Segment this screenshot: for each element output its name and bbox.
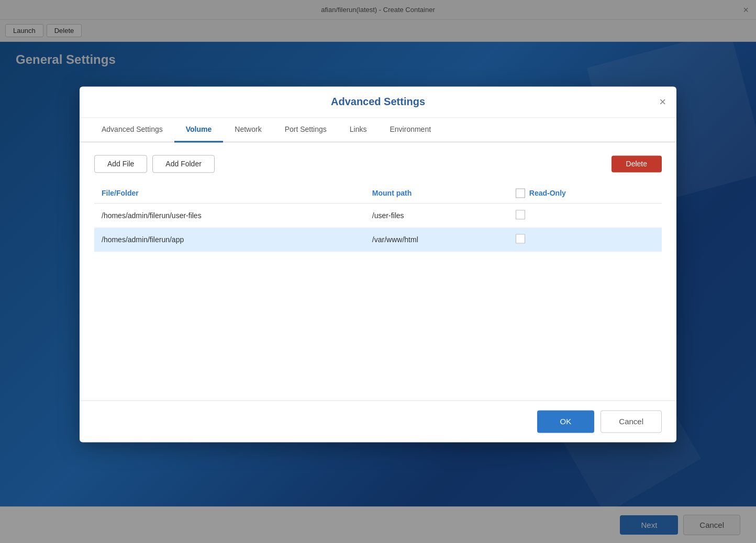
file-folder-cell: /homes/admin/filerun/app	[94, 228, 365, 252]
cancel-modal-button[interactable]: Cancel	[601, 410, 662, 433]
tab-advanced-settings[interactable]: Advanced Settings	[90, 118, 174, 142]
modal-close-button[interactable]: ×	[659, 96, 666, 108]
modal-tabs: Advanced Settings Volume Network Port Se…	[80, 118, 676, 142]
tab-environment[interactable]: Environment	[378, 118, 442, 142]
delete-volume-button[interactable]: Delete	[612, 155, 662, 172]
tab-volume[interactable]: Volume	[174, 118, 224, 142]
col-mount-path: Mount path	[365, 183, 508, 203]
read-only-cell	[508, 228, 662, 252]
modal-title: Advanced Settings	[331, 96, 425, 108]
mount-path-cell: /user-files	[365, 203, 508, 228]
file-folder-cell: /homes/admin/filerun/user-files	[94, 203, 365, 228]
read-only-header-label: Read-Only	[529, 189, 566, 197]
col-read-only: Read-Only	[508, 183, 662, 203]
tab-port-settings[interactable]: Port Settings	[273, 118, 338, 142]
add-folder-button[interactable]: Add Folder	[152, 155, 214, 173]
add-file-button[interactable]: Add File	[94, 155, 147, 173]
volume-table: File/Folder Mount path Read-Only /homes/…	[94, 183, 662, 252]
table-row[interactable]: /homes/admin/filerun/user-files /user-fi…	[94, 203, 662, 228]
col-file-folder: File/Folder	[94, 183, 365, 203]
ok-button[interactable]: OK	[537, 410, 595, 433]
modal-header: Advanced Settings ×	[80, 86, 676, 118]
read-only-checkbox-row1[interactable]	[516, 210, 525, 219]
action-row: Add File Add Folder Delete	[94, 155, 662, 173]
tab-links[interactable]: Links	[338, 118, 379, 142]
modal-body: Add File Add Folder Delete File/Folder M…	[80, 142, 676, 400]
read-only-checkbox-row2[interactable]	[516, 234, 525, 243]
mount-path-cell: /var/www/html	[365, 228, 508, 252]
advanced-settings-modal: Advanced Settings × Advanced Settings Vo…	[80, 86, 676, 442]
read-only-header-checkbox[interactable]	[516, 188, 525, 198]
modal-footer: OK Cancel	[80, 400, 676, 442]
tab-network[interactable]: Network	[223, 118, 273, 142]
read-only-cell	[508, 203, 662, 228]
table-header-row: File/Folder Mount path Read-Only	[94, 183, 662, 203]
table-row[interactable]: /homes/admin/filerun/app /var/www/html	[94, 228, 662, 252]
